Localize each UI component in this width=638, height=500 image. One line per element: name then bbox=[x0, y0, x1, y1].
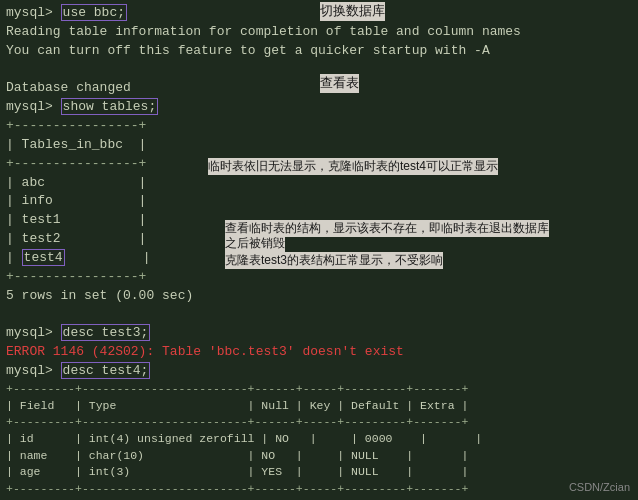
table-border-top: +----------------+ bbox=[6, 117, 632, 136]
line-db-changed: Database changed bbox=[6, 79, 632, 98]
cmd-desc-test3: desc test3; bbox=[61, 324, 151, 341]
annotation-switch-db: 切换数据库 bbox=[320, 2, 385, 21]
line-blank1 bbox=[6, 61, 632, 80]
prompt-4: mysql> bbox=[6, 363, 61, 378]
line-1: mysql> use bbc; bbox=[6, 4, 632, 23]
desc-row-name: | name | char(10) | NO | | NULL | | bbox=[6, 448, 632, 465]
desc-row-id: | id | int(4) unsigned zerofill | NO | |… bbox=[6, 431, 632, 448]
annotation-desc-temp2: 之后被销毁 bbox=[225, 235, 285, 252]
annotation-temp-table: 临时表依旧无法显示，克隆临时表的test4可以正常显示 bbox=[208, 158, 498, 175]
line-blank2 bbox=[6, 306, 632, 325]
line-error: ERROR 1146 (42S02): Table 'bbc.test3' do… bbox=[6, 343, 632, 362]
desc-border-top: +---------+------------------------+----… bbox=[6, 381, 632, 398]
desc-row-age: | age | int(3) | YES | | NULL | | bbox=[6, 464, 632, 481]
line-desc-test3: mysql> desc test3; bbox=[6, 324, 632, 343]
line-desc-test4: mysql> desc test4; bbox=[6, 362, 632, 381]
prompt-1: mysql> bbox=[6, 5, 61, 20]
terminal: mysql> use bbc; 切换数据库 Reading table info… bbox=[0, 0, 638, 500]
cmd-use-bbc: use bbc; bbox=[61, 4, 127, 21]
desc-border-bot: +---------+------------------------+----… bbox=[6, 481, 632, 498]
desc-border-mid: +---------+------------------------+----… bbox=[6, 414, 632, 431]
line-5rows: 5 rows in set (0.00 sec) bbox=[6, 287, 632, 306]
annotation-clone-table: 克隆表test3的表结构正常显示，不受影响 bbox=[225, 252, 443, 269]
cmd-show-tables: show tables; bbox=[61, 98, 159, 115]
watermark: CSDN/Zcian bbox=[569, 480, 630, 496]
line-show-tables: mysql> show tables; bbox=[6, 98, 632, 117]
prompt-3: mysql> bbox=[6, 325, 61, 340]
line-2: Reading table information for completion… bbox=[6, 23, 632, 42]
table-row-info: | info | bbox=[6, 192, 632, 211]
desc-header: | Field | Type | Null | Key | Default | … bbox=[6, 398, 632, 415]
table-row-abc: | abc | bbox=[6, 174, 632, 193]
annotation-show-tables: 查看表 bbox=[320, 74, 359, 93]
table-border-bot: +----------------+ bbox=[6, 268, 632, 287]
test4-highlight: test4 bbox=[22, 249, 65, 266]
prompt-2: mysql> bbox=[6, 99, 61, 114]
cmd-desc-test4: desc test4; bbox=[61, 362, 151, 379]
line-3: You can turn off this feature to get a q… bbox=[6, 42, 632, 61]
table-header-row: | Tables_in_bbc | bbox=[6, 136, 632, 155]
